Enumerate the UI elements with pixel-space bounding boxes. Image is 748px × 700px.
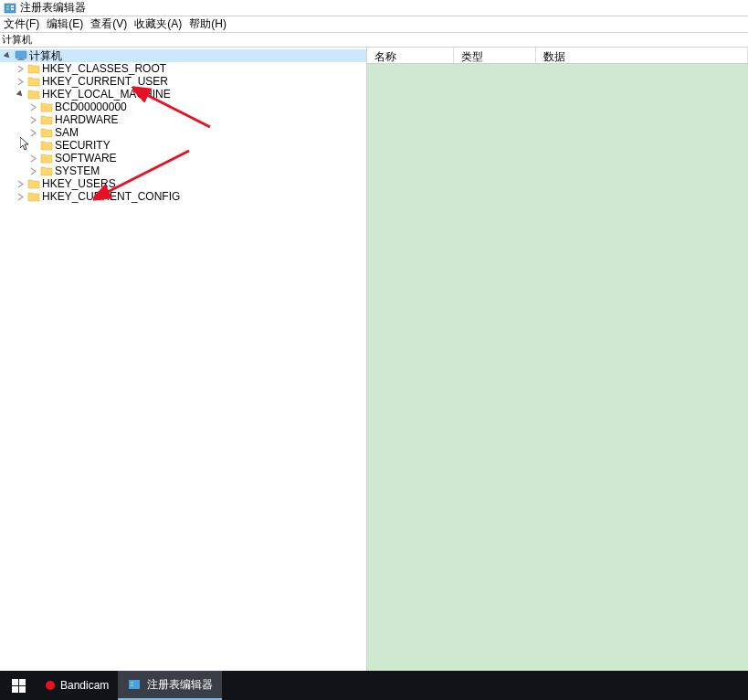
list-header: 名称 类型 数据 (367, 48, 748, 64)
tree-item[interactable]: HKEY_CURRENT_USER (0, 75, 366, 88)
expand-toggle[interactable] (15, 63, 26, 74)
tree-label: HKEY_CLASSES_ROOT (42, 62, 166, 75)
tree-label: HKEY_CURRENT_USER (42, 75, 168, 88)
tree-item[interactable]: HKEY_LOCAL_MACHINE (0, 88, 366, 101)
folder-icon (27, 178, 40, 189)
folder-icon (27, 76, 40, 87)
menu-favorites[interactable]: 收藏夹(A) (134, 16, 182, 32)
expand-toggle[interactable] (15, 89, 26, 100)
tree-label: SECURITY (55, 139, 111, 152)
tree-item[interactable]: HKEY_CURRENT_CONFIG (0, 190, 366, 203)
svg-rect-3 (11, 5, 14, 7)
tree-label: HKEY_LOCAL_MACHINE (42, 88, 171, 101)
folder-icon (40, 101, 53, 112)
expand-toggle[interactable] (2, 50, 13, 61)
column-header-type[interactable]: 类型 (454, 48, 536, 63)
regedit-taskbar-icon (127, 677, 142, 692)
svg-rect-6 (19, 58, 23, 59)
taskbar: Bandicam 注册表编辑器 (0, 671, 748, 700)
menubar: 文件(F) 编辑(E) 查看(V) 收藏夹(A) 帮助(H) (0, 16, 748, 33)
taskbar-item-bandicam[interactable]: Bandicam (37, 671, 118, 700)
folder-icon (40, 140, 53, 151)
menu-edit[interactable]: 编辑(E) (47, 16, 83, 32)
address-bar[interactable]: 计算机 (0, 33, 748, 48)
titlebar: 注册表编辑器 (0, 0, 748, 16)
expand-toggle[interactable] (27, 153, 38, 164)
svg-rect-2 (6, 8, 9, 10)
tree-item[interactable]: SYSTEM (0, 164, 366, 177)
tree-label: HKEY_USERS (42, 177, 116, 190)
svg-rect-4 (11, 8, 14, 10)
svg-rect-16 (131, 684, 133, 686)
window-title: 注册表编辑器 (20, 0, 86, 16)
expand-toggle[interactable] (27, 165, 38, 176)
tree-label: 计算机 (29, 48, 62, 64)
tree-label: SAM (55, 126, 79, 139)
svg-rect-1 (6, 5, 9, 7)
svg-rect-0 (5, 4, 16, 13)
taskbar-item-regedit[interactable]: 注册表编辑器 (118, 671, 222, 700)
tree-item[interactable]: HARDWARE (0, 113, 366, 126)
tree-label: BCD00000000 (55, 101, 127, 113)
svg-rect-11 (19, 679, 26, 685)
column-header-data[interactable]: 数据 (536, 48, 748, 63)
svg-rect-15 (131, 682, 133, 684)
tree-item[interactable]: BCD00000000 (0, 101, 366, 113)
main-area: 计算机 HKEY_CLASSES_ROOTHKEY_CURRENT_USERHK… (0, 48, 748, 671)
svg-rect-5 (16, 51, 26, 58)
tree-item[interactable]: HKEY_CLASSES_ROOT (0, 62, 366, 75)
tree-item[interactable]: HKEY_USERS (0, 177, 366, 190)
folder-icon (27, 63, 40, 74)
tree-label: HARDWARE (55, 113, 119, 126)
svg-rect-13 (19, 686, 26, 693)
tree: 计算机 HKEY_CLASSES_ROOTHKEY_CURRENT_USERHK… (0, 48, 366, 205)
list-panel[interactable]: 名称 类型 数据 (367, 48, 748, 671)
menu-view[interactable]: 查看(V) (90, 16, 127, 32)
expand-toggle[interactable] (15, 191, 26, 202)
tree-root[interactable]: 计算机 (0, 49, 366, 62)
folder-icon (40, 114, 53, 125)
list-body[interactable] (367, 64, 748, 671)
tree-label: HKEY_CURRENT_CONFIG (42, 190, 180, 203)
expand-toggle[interactable] (27, 114, 38, 125)
column-header-name[interactable]: 名称 (367, 48, 454, 63)
expand-toggle[interactable] (15, 178, 26, 189)
svg-rect-12 (12, 686, 18, 693)
folder-icon (27, 191, 40, 202)
svg-rect-7 (17, 59, 25, 60)
folder-icon (40, 165, 53, 176)
svg-rect-10 (12, 679, 18, 685)
tree-panel[interactable]: 计算机 HKEY_CLASSES_ROOTHKEY_CURRENT_USERHK… (0, 48, 367, 671)
computer-icon (15, 50, 27, 61)
menu-help[interactable]: 帮助(H) (189, 16, 227, 32)
taskbar-label: 注册表编辑器 (147, 677, 213, 693)
menu-file[interactable]: 文件(F) (4, 16, 39, 32)
expand-toggle[interactable] (27, 140, 38, 151)
expand-toggle[interactable] (15, 76, 26, 87)
folder-icon (40, 153, 53, 164)
tree-label: SOFTWARE (55, 152, 117, 164)
tree-label: SYSTEM (55, 164, 100, 177)
svg-rect-14 (129, 680, 140, 689)
taskbar-label: Bandicam (60, 679, 109, 692)
folder-icon (40, 127, 53, 138)
regedit-app-icon (4, 2, 16, 15)
expand-toggle[interactable] (27, 101, 38, 112)
folder-icon (27, 89, 40, 100)
tree-item[interactable]: SAM (0, 126, 366, 139)
tree-item[interactable]: SOFTWARE (0, 152, 366, 164)
tree-item[interactable]: SECURITY (0, 139, 366, 152)
start-button[interactable] (0, 671, 37, 700)
address-path: 计算机 (2, 33, 32, 47)
record-icon (46, 681, 55, 690)
expand-toggle[interactable] (27, 127, 38, 138)
